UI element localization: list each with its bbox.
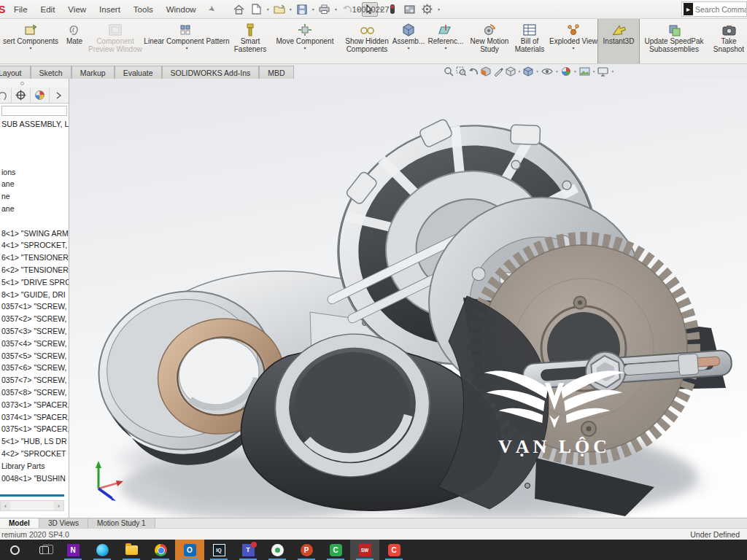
tree-horizontal-scrollbar[interactable]: ‹ › — [0, 500, 64, 511]
powerpoint-button[interactable]: P — [292, 540, 321, 560]
property-manager-tab-icon[interactable] — [12, 88, 31, 103]
tree-item[interactable] — [1, 154, 69, 166]
menu-window[interactable]: Window — [160, 0, 203, 18]
save-caret[interactable]: ▾ — [312, 7, 314, 12]
search-flyout-icon[interactable]: ▸ — [684, 3, 693, 15]
tree-item[interactable]: 0357<6> "SCREW, — [1, 362, 69, 374]
recorder-button[interactable]: C — [379, 540, 409, 560]
view-settings-icon[interactable] — [597, 67, 608, 77]
menu-view[interactable]: View — [61, 0, 93, 18]
tree-item[interactable]: 5<1> "DRIVE SPRO — [1, 276, 69, 289]
graphics-viewport[interactable]: VẠN LỘC — [69, 79, 747, 518]
hide-show-items-icon[interactable] — [541, 67, 553, 76]
save-icon[interactable] — [294, 2, 310, 17]
outlook-button[interactable]: O — [175, 540, 204, 560]
zoom-to-area-icon[interactable] — [456, 66, 466, 77]
new-doc-caret[interactable]: ▾ — [267, 7, 269, 12]
tree-item[interactable]: 0357<1> "SCREW, — [1, 300, 69, 313]
view-orientation-icon[interactable] — [506, 66, 516, 77]
tree-item[interactable]: 0375<1> "SPACER, — [1, 423, 69, 435]
update-speedpak-button[interactable]: Update SpeedPak Subassemblies — [639, 19, 709, 63]
home-icon[interactable] — [231, 2, 247, 17]
take-snapshot-button[interactable]: Take Snapshot — [709, 19, 747, 63]
tree-item[interactable]: 5<1> "HUB, LS DR — [1, 435, 69, 448]
tree-pin-icon[interactable] — [20, 82, 24, 85]
tab-layout[interactable]: Layout — [0, 66, 31, 79]
edge-button[interactable] — [88, 540, 117, 560]
instant3d-button[interactable]: Instant3D — [598, 19, 639, 63]
tree-item[interactable]: ane — [1, 178, 69, 190]
assembly-features-button[interactable]: Assemb... ▾ — [391, 19, 426, 63]
display-style-icon[interactable] — [523, 66, 533, 77]
tree-item[interactable]: 8<1> "GUIDE, DRI — [1, 289, 69, 301]
options-caret[interactable]: ▾ — [438, 7, 440, 12]
open-document-icon[interactable] — [271, 2, 287, 17]
tab-sketch[interactable]: Sketch — [31, 66, 71, 79]
insert-components-button[interactable]: sert Components ▾ — [0, 19, 61, 63]
edit-appearance-icon[interactable] — [561, 66, 571, 77]
menu-file[interactable]: File — [7, 0, 34, 18]
reference-geometry-button[interactable]: Referenc... ▾ — [426, 19, 465, 63]
tree-item[interactable]: Library Parts — [1, 460, 69, 472]
search-commands[interactable]: ▸ — [681, 1, 747, 17]
exploded-view-button[interactable]: Exploded View ▾ — [549, 19, 598, 63]
display-manager-tab-icon[interactable] — [31, 88, 50, 103]
tab-3d-views[interactable]: 3D Views — [39, 518, 88, 528]
tab-markup[interactable]: Markup — [71, 66, 115, 79]
move-component-button[interactable]: Move Component ▾ — [270, 19, 340, 63]
tree-item[interactable]: 6<1> "TENSIONER — [1, 252, 69, 264]
scroll-right-icon[interactable]: › — [54, 501, 63, 510]
options-gear-icon[interactable] — [419, 2, 436, 17]
teams-button[interactable]: T — [233, 540, 263, 560]
file-explorer-button[interactable] — [117, 540, 146, 560]
section-view-icon[interactable] — [481, 66, 491, 77]
tab-motion-study-1[interactable]: Motion Study 1 — [88, 518, 155, 528]
tree-item[interactable] — [1, 215, 69, 228]
apply-scene-icon[interactable] — [579, 67, 590, 76]
print-caret[interactable]: ▾ — [335, 7, 337, 12]
feature-tree-tab-icon[interactable] — [0, 88, 12, 103]
play-macro-icon[interactable] — [402, 2, 418, 17]
open-doc-caret[interactable]: ▾ — [290, 7, 292, 12]
tree-split-bar[interactable] — [0, 494, 64, 497]
tree-item[interactable]: 4<2> "SPROCKET — [1, 448, 69, 460]
bill-of-materials-button[interactable]: Bill of Materials — [511, 19, 549, 63]
tree-item[interactable]: 4<1> "SPROCKET, — [1, 239, 69, 252]
pin-icon[interactable]: ➤ — [206, 4, 217, 15]
component-preview-window-button[interactable]: Component Preview Window — [88, 19, 143, 63]
tree-item[interactable]: 0357<3> "SCREW, — [1, 325, 69, 338]
tab-evaluate[interactable]: Evaluate — [115, 66, 162, 79]
iq-app-button[interactable]: IQ — [204, 540, 233, 560]
dynamic-annotation-icon[interactable] — [493, 66, 503, 77]
menu-insert[interactable]: Insert — [93, 0, 127, 18]
show-hidden-components-button[interactable]: Show Hidden Components — [343, 19, 391, 63]
tree-item[interactable]: 0374<1> "SPACER, — [1, 411, 69, 424]
tree-item[interactable] — [1, 141, 69, 154]
tree-item[interactable]: ane — [1, 203, 69, 215]
tree-item[interactable]: 0357<4> "SCREW, — [1, 338, 69, 350]
zoom-to-fit-icon[interactable] — [444, 66, 454, 77]
tree-item[interactable]: 0357<5> "SCREW, — [1, 350, 69, 362]
tree-item[interactable]: 0357<8> "SCREW, — [1, 386, 69, 399]
tree-item[interactable]: 0357<2> "SCREW, — [1, 313, 69, 325]
tree-tabs-expand-icon[interactable] — [50, 88, 69, 103]
tree-item[interactable]: 0048<1> "BUSHIN — [1, 472, 69, 485]
onenote-button[interactable]: N — [58, 540, 88, 560]
previous-view-icon[interactable] — [468, 66, 479, 77]
tree-root-item[interactable]: SUB ASSEMBLY, LH — [0, 117, 69, 128]
task-view-button[interactable] — [29, 540, 58, 560]
tree-item[interactable]: 0373<1> "SPACER, — [1, 399, 69, 411]
new-motion-study-button[interactable]: New Motion Study — [468, 19, 511, 63]
tree-item[interactable]: 0357<7> "SCREW, — [1, 374, 69, 386]
new-document-icon[interactable] — [249, 2, 265, 17]
print-icon[interactable] — [317, 2, 333, 17]
app-circle-button[interactable] — [263, 540, 292, 560]
scroll-left-icon[interactable]: ‹ — [1, 501, 10, 510]
mate-button[interactable]: Mate — [61, 19, 88, 63]
search-input[interactable] — [695, 5, 746, 14]
menu-edit[interactable]: Edit — [34, 0, 62, 18]
tab-model[interactable]: Model — [0, 518, 39, 528]
tree-filter-box[interactable] — [1, 106, 67, 116]
chrome-button[interactable] — [146, 540, 175, 560]
tab-mbd[interactable]: MBD — [259, 66, 293, 79]
